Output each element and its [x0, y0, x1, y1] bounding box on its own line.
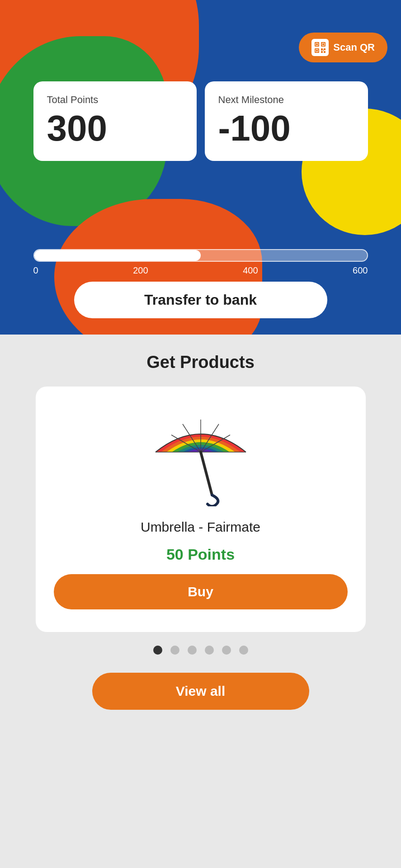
dot-1[interactable]: [153, 646, 162, 655]
progress-fill: [34, 250, 201, 261]
next-milestone-card: Next Milestone -100: [205, 81, 368, 161]
scan-qr-button[interactable]: Scan QR: [299, 33, 387, 62]
dot-4[interactable]: [205, 646, 214, 655]
product-image: [142, 409, 259, 509]
svg-rect-11: [321, 51, 323, 53]
progress-label-200: 200: [133, 265, 148, 276]
next-milestone-label: Next Milestone: [218, 94, 354, 106]
svg-line-23: [201, 452, 212, 495]
qr-icon: [311, 39, 329, 56]
buy-button[interactable]: Buy: [54, 574, 348, 609]
umbrella-svg: [146, 411, 255, 506]
dot-3[interactable]: [188, 646, 197, 655]
next-milestone-value: -100: [218, 110, 354, 146]
scan-qr-label: Scan QR: [333, 42, 375, 53]
progress-label-400: 400: [243, 265, 258, 276]
total-points-value: 300: [47, 110, 183, 146]
product-card: Umbrella - Fairmate 50 Points Buy: [36, 387, 366, 632]
dot-6[interactable]: [239, 646, 248, 655]
progress-label-0: 0: [33, 265, 38, 276]
dot-2[interactable]: [170, 646, 179, 655]
svg-rect-10: [324, 48, 326, 50]
svg-rect-14: [323, 50, 324, 51]
total-points-label: Total Points: [47, 94, 183, 106]
transfer-to-bank-button[interactable]: Transfer to bank: [74, 282, 327, 318]
dot-5[interactable]: [222, 646, 231, 655]
view-all-button[interactable]: View all: [92, 673, 309, 710]
progress-labels: 0 200 400 600: [33, 265, 368, 276]
hero-section: Scan QR Total Points 300 Next Milestone …: [0, 0, 401, 335]
products-title: Get Products: [146, 353, 255, 372]
svg-rect-2: [316, 43, 318, 45]
product-points: 50 Points: [166, 546, 235, 563]
svg-rect-12: [324, 51, 326, 53]
total-points-card: Total Points 300: [33, 81, 197, 161]
svg-rect-8: [316, 50, 318, 52]
carousel-dots: [153, 646, 248, 655]
svg-rect-5: [322, 43, 324, 45]
product-name: Umbrella - Fairmate: [141, 519, 260, 535]
progress-track: [33, 249, 368, 262]
stats-row: Total Points 300 Next Milestone -100: [33, 81, 368, 161]
products-section: Get Products: [0, 335, 401, 728]
svg-rect-13: [321, 50, 322, 51]
progress-label-600: 600: [353, 265, 368, 276]
progress-container: 0 200 400 600: [33, 249, 368, 276]
